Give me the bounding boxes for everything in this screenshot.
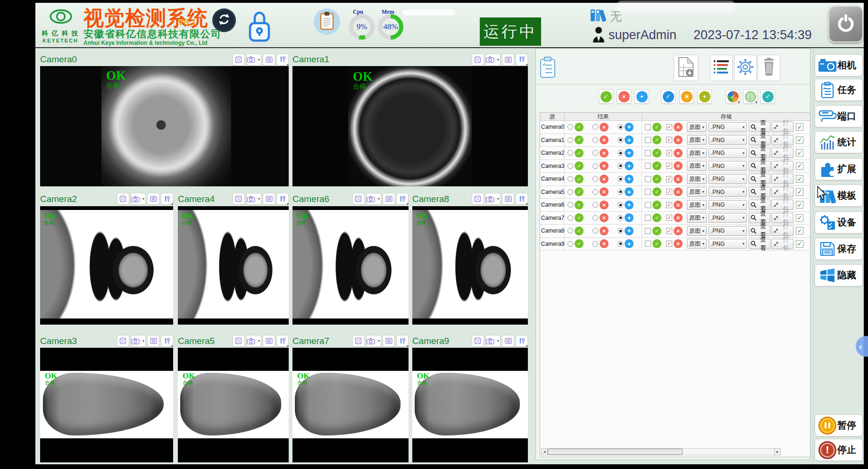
report-button[interactable] [314,8,340,35]
camera-capture-button[interactable]: ▾ [131,335,146,347]
view-button[interactable]: 查看 [749,148,770,158]
sidebar-item-port[interactable]: 端口 [815,105,863,127]
result-pass-radio[interactable] [568,228,573,234]
result-fail-radio[interactable] [593,215,598,221]
camera-capture-button[interactable]: ▾ [366,335,381,347]
select-all-pass-button[interactable]: ✓ [599,89,613,104]
row-enable-checkbox[interactable]: ✓ [796,188,803,196]
clear-button[interactable] [758,55,780,81]
file-extension-combo[interactable]: .PNG▾ [709,200,747,210]
image-type-combo[interactable]: 原图▾ [687,135,707,145]
power-button[interactable] [828,6,863,42]
store-fail-checkbox[interactable]: ✓ [666,137,672,143]
row-enable-checkbox[interactable]: ✓ [796,123,803,131]
sidebar-item-extension[interactable]: 扩展 [815,158,863,180]
caret-down-icon[interactable]: ▾ [496,197,500,201]
row-enable-checkbox[interactable]: ✓ [796,240,803,248]
store-fail-checkbox[interactable]: ✓ [666,124,672,130]
store-pass-checkbox[interactable] [645,137,651,143]
camera-crosshair-button[interactable] [233,335,245,347]
refresh-button[interactable] [212,8,236,32]
settings-button[interactable] [734,55,757,81]
pack-button[interactable]: 打包 [771,135,793,145]
scrollbar-thumb[interactable] [548,449,683,455]
camera-crosshair-button[interactable] [472,335,484,347]
result-fail-radio[interactable] [593,189,598,195]
log-list-button[interactable] [710,55,733,81]
result-fail-radio[interactable] [593,124,598,130]
file-extension-combo[interactable]: .PNG▾ [709,226,747,236]
select-all-other-button[interactable]: + [634,89,649,104]
camera-capture-button[interactable]: ▾ [485,193,501,205]
store-pass-checkbox[interactable] [645,124,651,130]
image-type-combo[interactable]: 原图▾ [687,122,707,132]
camera-tools-button[interactable]: ▾ [516,335,528,347]
sidebar-item-task[interactable]: 任务 [815,79,863,101]
camera-tools-button[interactable]: ▾ [276,54,289,66]
horizontal-scrollbar[interactable]: ◂ ▸ [541,448,781,455]
caret-down-icon[interactable]: ▾ [376,339,381,343]
file-extension-combo[interactable]: .PNG▾ [709,174,747,184]
image-type-combo[interactable]: 原图▾ [687,174,707,184]
caret-down-icon[interactable]: ▾ [287,202,289,206]
image-type-combo[interactable]: 原图▾ [687,226,707,236]
store-fail-checkbox[interactable]: ✓ [666,202,672,208]
view-button[interactable]: 查看 [749,174,770,184]
stop-button[interactable]: ! 停止 [815,439,863,461]
row-enable-checkbox[interactable]: ✓ [796,149,803,157]
camera-list-button[interactable] [147,335,159,347]
view-button[interactable]: 查看 [749,226,770,236]
camera-capture-button[interactable]: ▾ [246,54,261,66]
row-enable-checkbox[interactable]: ✓ [796,214,803,222]
store-pass-checkbox[interactable] [645,215,651,221]
camera-tools-button[interactable]: ▾ [516,54,528,66]
row-enable-checkbox[interactable]: ✓ [796,162,803,170]
store-other-all-button[interactable]: + [697,89,712,104]
download-all-button[interactable]: ↓ ▾ [743,89,758,104]
lock-button[interactable] [249,8,270,44]
store-fail-all-button[interactable]: × [679,89,694,104]
view-button[interactable]: 查看 [749,213,770,223]
sidebar-item-device[interactable]: 设备 [815,211,863,234]
result-all-radio[interactable] [618,137,623,143]
store-fail-checkbox[interactable]: ✓ [666,150,672,156]
view-button[interactable]: 查看 [749,122,770,132]
camera-capture-button[interactable]: ▾ [366,193,381,205]
view-button[interactable]: 查看 [749,239,770,249]
caret-down-icon[interactable]: ▾ [526,202,528,206]
result-all-radio[interactable] [618,176,623,182]
camera-capture-button[interactable]: ▾ [131,193,146,205]
camera-tools-button[interactable]: ▾ [276,335,289,347]
select-all-fail-button[interactable]: × [617,89,631,104]
store-fail-checkbox[interactable]: ✓ [666,189,672,195]
row-enable-checkbox[interactable]: ✓ [796,201,803,209]
caret-down-icon[interactable]: ▾ [407,202,409,206]
store-pass-checkbox[interactable] [645,241,651,247]
result-fail-radio[interactable] [593,176,598,182]
row-enable-checkbox[interactable]: ✓ [796,136,803,144]
file-extension-combo[interactable]: .PNG▾ [709,187,747,197]
camera-tools-button[interactable]: ▾ [161,193,173,205]
result-fail-radio[interactable] [593,241,598,247]
scroll-right-arrow[interactable]: ▸ [774,448,781,455]
result-all-radio[interactable] [618,150,623,156]
result-pass-radio[interactable] [568,137,573,143]
camera-crosshair-button[interactable] [472,193,484,205]
result-fail-radio[interactable] [593,137,598,143]
result-all-radio[interactable] [618,241,623,247]
result-all-radio[interactable] [618,124,623,130]
image-type-combo[interactable]: 原图▾ [687,239,707,249]
result-pass-radio[interactable] [568,241,573,247]
pack-button[interactable]: 打包 [771,200,793,210]
result-all-radio[interactable] [618,163,623,169]
result-all-radio[interactable] [618,202,623,208]
camera-tools-button[interactable]: ▾ [276,193,289,205]
camera-list-button[interactable] [502,335,514,347]
caret-down-icon[interactable]: ▾ [496,339,500,343]
store-fail-checkbox[interactable]: ✓ [666,215,672,221]
store-pass-checkbox[interactable] [645,163,651,169]
row-enable-checkbox[interactable]: ✓ [796,227,803,234]
result-pass-radio[interactable] [568,215,573,221]
image-type-combo[interactable]: 原图▾ [687,200,707,210]
pack-button[interactable]: 打包 [771,148,793,158]
